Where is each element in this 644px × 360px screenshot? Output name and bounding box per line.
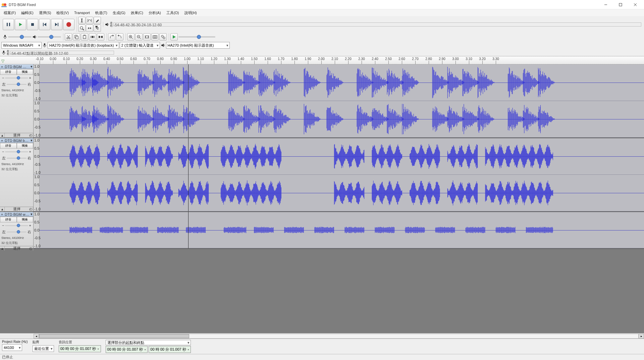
svg-rect-44 bbox=[101, 36, 103, 38]
snap-combo[interactable]: 最近位置 bbox=[33, 345, 54, 352]
mute-button[interactable]: 靜音 bbox=[0, 217, 17, 222]
track-close-button[interactable]: × bbox=[0, 212, 4, 216]
playback-device-combo[interactable]: HA270 (Intel(R) 顯示器音效) bbox=[166, 42, 230, 49]
menu-item[interactable]: 選擇(S) bbox=[37, 10, 54, 16]
ruler-label: 2.50 bbox=[385, 57, 391, 61]
mute-button[interactable]: 靜音 bbox=[0, 143, 17, 149]
selection-tool[interactable] bbox=[78, 17, 86, 24]
zoom-in-button[interactable] bbox=[127, 33, 135, 41]
stop-button[interactable] bbox=[27, 19, 38, 30]
track-close-button[interactable]: × bbox=[0, 139, 4, 143]
track-name[interactable]: DTD BGM wave bbox=[4, 212, 30, 216]
svg-rect-14 bbox=[58, 23, 58, 26]
menu-item[interactable]: 軌道(T) bbox=[93, 10, 110, 16]
track-format-label: Stereo, 44100Hz bbox=[0, 88, 33, 93]
timeline-ruler[interactable]: ▽ -0.100.000.100.200.300.400.500.600.700… bbox=[0, 56, 644, 64]
selection-end-field[interactable]: 00 時 00 分 01.007 秒 bbox=[149, 346, 191, 353]
silence-button[interactable] bbox=[97, 33, 104, 41]
track-name[interactable]: DTD BGM Gen bbox=[4, 65, 30, 69]
track-menu-button[interactable]: ▾ bbox=[30, 138, 33, 143]
redo-button[interactable] bbox=[116, 33, 123, 41]
track-close-button[interactable]: × bbox=[0, 65, 4, 69]
fit-selection-button[interactable] bbox=[143, 33, 151, 41]
record-channels-combo[interactable]: 2 (立體聲) 輸入聲道 bbox=[120, 42, 160, 49]
audio-host-combo[interactable]: Windows WASAPI bbox=[1, 42, 42, 49]
zoom-toggle-button[interactable] bbox=[159, 33, 167, 41]
menu-item[interactable]: 分析(A) bbox=[146, 10, 163, 16]
fit-project-button[interactable] bbox=[151, 33, 159, 41]
track-select-button[interactable]: 選擇 bbox=[5, 207, 29, 211]
menu-item[interactable]: 工具(O) bbox=[164, 10, 181, 16]
waveform-channel[interactable]: 1.00.50.0-0.5-1.0 bbox=[34, 101, 644, 138]
waveform-channel[interactable]: 1.00.50.0-0.5-1.0 bbox=[34, 64, 644, 101]
record-volume-slider[interactable] bbox=[8, 36, 32, 38]
menu-item[interactable]: 說明(H) bbox=[182, 10, 199, 16]
timeshift-tool[interactable] bbox=[86, 24, 93, 32]
horizontal-scrollbar[interactable]: ◂ ▸ bbox=[0, 333, 644, 339]
ruler-label: 3.30 bbox=[492, 57, 499, 61]
track-menu-button[interactable]: ▾ bbox=[30, 64, 33, 69]
track-name[interactable]: DTD BGM between bbox=[4, 139, 30, 143]
pause-button[interactable] bbox=[3, 19, 14, 30]
waveform-channel[interactable]: 1.00.50.0-0.5-1.0 bbox=[34, 212, 644, 248]
pan-slider[interactable] bbox=[7, 158, 26, 159]
track-sync-icon[interactable]: ◴ bbox=[29, 207, 33, 211]
track-collapse-button[interactable]: ▴ bbox=[0, 207, 5, 211]
skip-end-button[interactable] bbox=[51, 19, 62, 30]
play-button[interactable] bbox=[15, 19, 26, 30]
menu-item[interactable]: Transport bbox=[72, 10, 92, 15]
menu-item[interactable]: 檔案(F) bbox=[1, 10, 18, 16]
trim-button[interactable] bbox=[89, 33, 96, 41]
maximize-button[interactable] bbox=[613, 0, 628, 9]
project-rate-combo[interactable]: 44100 bbox=[2, 344, 22, 351]
undo-button[interactable] bbox=[108, 33, 115, 41]
track-sync-icon[interactable]: ◴ bbox=[29, 246, 33, 251]
close-button[interactable] bbox=[628, 0, 643, 9]
edit-toolbar bbox=[63, 33, 106, 41]
selection-mode-combo[interactable]: 選擇部分的起點和終點 bbox=[106, 340, 191, 345]
zoom-tool[interactable] bbox=[78, 24, 86, 32]
paste-button[interactable] bbox=[81, 33, 88, 41]
solo-button[interactable]: 獨奏 bbox=[17, 143, 34, 149]
track-select-button[interactable]: 選擇 bbox=[5, 133, 29, 138]
draw-tool[interactable] bbox=[94, 17, 101, 24]
track-sync-icon[interactable]: ◴ bbox=[29, 133, 33, 138]
track-collapse-button[interactable]: ▴ bbox=[0, 246, 5, 251]
playback-speed-slider[interactable] bbox=[178, 36, 215, 38]
multi-tool[interactable]: ✱ bbox=[94, 24, 101, 32]
track-select-button[interactable]: 選擇 bbox=[5, 246, 29, 251]
mute-button[interactable]: 靜音 bbox=[0, 69, 17, 75]
audio-position-field[interactable]: 00 時 00 分 01.007 秒 bbox=[59, 345, 101, 352]
solo-button[interactable]: 獨奏 bbox=[17, 217, 34, 222]
menu-item[interactable]: 效果(C) bbox=[128, 10, 146, 16]
track-collapse-button[interactable]: ▴ bbox=[0, 133, 5, 138]
record-meter[interactable]: -54-48-42點選以開始監聽-18-12-60 bbox=[10, 51, 114, 55]
zoom-out-button[interactable] bbox=[135, 33, 143, 41]
gain-slider[interactable] bbox=[5, 225, 28, 226]
gain-slider[interactable] bbox=[5, 78, 28, 79]
menu-item[interactable]: 生成(G) bbox=[110, 10, 128, 16]
record-device-combo[interactable]: HA270 (Intel(R) 顯示器音效) (loopback) bbox=[48, 42, 119, 49]
playback-meter[interactable]: -54-48-42-36-30-24-18-12-60 bbox=[113, 22, 641, 27]
skip-start-button[interactable] bbox=[39, 19, 50, 30]
menu-item[interactable]: 檢視(V) bbox=[54, 10, 71, 16]
playback-volume-slider[interactable] bbox=[38, 36, 61, 38]
waveform-channel[interactable]: 1.00.50.0-0.5-1.0 bbox=[34, 175, 644, 211]
pan-slider[interactable] bbox=[7, 84, 26, 85]
track-menu-button[interactable]: ▾ bbox=[30, 212, 33, 216]
copy-button[interactable] bbox=[73, 33, 80, 41]
cut-button[interactable] bbox=[65, 33, 72, 41]
playhead-handle-icon[interactable]: ▽ bbox=[1, 59, 4, 63]
selection-start-field[interactable]: 00 時 00 分 01.007 秒 bbox=[106, 346, 148, 353]
solo-button[interactable]: 獨奏 bbox=[17, 69, 34, 75]
minimize-button[interactable] bbox=[598, 0, 613, 9]
envelope-tool[interactable] bbox=[86, 17, 93, 24]
gain-slider[interactable] bbox=[5, 151, 28, 152]
play-at-speed-button[interactable] bbox=[170, 33, 178, 41]
waveform-channel[interactable]: 1.00.50.0-0.5-1.0 bbox=[34, 138, 644, 175]
scroll-right-button[interactable]: ▸ bbox=[639, 334, 644, 339]
pan-slider[interactable] bbox=[7, 232, 26, 233]
scroll-left-button[interactable]: ◂ bbox=[34, 334, 39, 339]
menu-item[interactable]: 編輯(E) bbox=[19, 10, 36, 16]
record-button[interactable] bbox=[63, 19, 74, 30]
